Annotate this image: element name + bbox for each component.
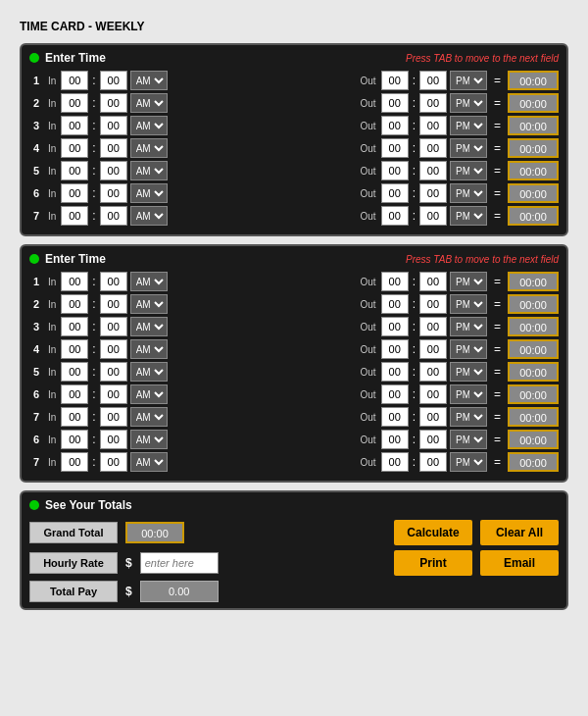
out-hour-input[interactable] <box>381 161 409 180</box>
in-min-input[interactable] <box>100 206 127 226</box>
out-min-input[interactable] <box>419 206 447 226</box>
out-hour-input[interactable] <box>381 183 409 203</box>
out-ampm-select[interactable]: AM PM <box>450 206 487 226</box>
out-hour-input[interactable] <box>381 138 409 158</box>
in-min-input[interactable] <box>100 430 127 449</box>
in-ampm-select[interactable]: AM PM <box>130 71 168 90</box>
out-ampm-select[interactable]: AM PM <box>450 161 487 180</box>
in-hour-input[interactable] <box>61 183 88 203</box>
out-ampm-select[interactable]: AM PM <box>450 93 487 113</box>
out-hour-input[interactable] <box>381 452 409 472</box>
clear-all-button[interactable]: Clear All <box>480 520 559 545</box>
in-min-input[interactable] <box>100 161 127 180</box>
in-min-input[interactable] <box>100 138 127 158</box>
in-hour-input[interactable] <box>61 93 88 113</box>
out-min-input[interactable] <box>419 138 447 158</box>
in-ampm-select[interactable]: AM PM <box>130 430 168 449</box>
in-ampm-select[interactable]: AM PM <box>130 384 168 404</box>
in-hour-input[interactable] <box>61 452 88 472</box>
in-min-input[interactable] <box>100 362 127 382</box>
out-hour-input[interactable] <box>381 71 409 90</box>
out-min-input[interactable] <box>419 116 447 135</box>
out-min-input[interactable] <box>419 317 447 336</box>
in-ampm-select[interactable]: AM PM <box>130 317 168 336</box>
in-min-input[interactable] <box>100 116 127 135</box>
email-button[interactable]: Email <box>480 550 559 576</box>
out-ampm-select[interactable]: AM PM <box>450 452 487 472</box>
in-ampm-select[interactable]: AM PM <box>130 294 168 314</box>
out-min-input[interactable] <box>419 71 447 90</box>
out-min-input[interactable] <box>419 384 447 404</box>
print-button[interactable]: Print <box>394 550 472 576</box>
in-ampm-select[interactable]: AM PM <box>130 138 168 158</box>
in-ampm-select[interactable]: AM PM <box>130 339 168 359</box>
out-hour-input[interactable] <box>381 339 409 359</box>
in-ampm-select[interactable]: AM PM <box>130 407 168 427</box>
in-hour-input[interactable] <box>61 384 88 404</box>
out-hour-input[interactable] <box>381 384 409 404</box>
in-min-input[interactable] <box>100 407 127 427</box>
out-min-input[interactable] <box>419 452 447 472</box>
out-min-input[interactable] <box>419 161 447 180</box>
out-hour-input[interactable] <box>381 362 409 382</box>
out-hour-input[interactable] <box>381 116 409 135</box>
out-min-input[interactable] <box>419 93 447 113</box>
in-ampm-select[interactable]: AM PM <box>130 272 168 291</box>
out-ampm-select[interactable]: AM PM <box>450 294 487 314</box>
in-hour-input[interactable] <box>61 206 88 226</box>
out-hour-input[interactable] <box>381 430 409 449</box>
out-hour-input[interactable] <box>381 206 409 226</box>
in-hour-input[interactable] <box>61 161 88 180</box>
in-min-input[interactable] <box>100 452 127 472</box>
in-min-input[interactable] <box>100 317 127 336</box>
out-ampm-select[interactable]: AM PM <box>450 272 487 291</box>
in-ampm-select[interactable]: AM PM <box>130 452 168 472</box>
out-hour-input[interactable] <box>381 93 409 113</box>
in-hour-input[interactable] <box>61 71 88 90</box>
hourly-rate-input[interactable] <box>140 552 219 574</box>
in-min-input[interactable] <box>100 339 127 359</box>
out-hour-input[interactable] <box>381 294 409 314</box>
in-min-input[interactable] <box>100 183 127 203</box>
in-hour-input[interactable] <box>61 430 88 449</box>
out-hour-input[interactable] <box>381 272 409 291</box>
in-ampm-select[interactable]: AM PM <box>130 183 168 203</box>
in-hour-input[interactable] <box>61 317 88 336</box>
out-ampm-select[interactable]: AM PM <box>450 407 487 427</box>
in-ampm-select[interactable]: AM PM <box>130 206 168 226</box>
calculate-button[interactable]: Calculate <box>394 520 472 545</box>
out-hour-input[interactable] <box>381 407 409 427</box>
out-min-input[interactable] <box>419 407 447 427</box>
out-ampm-select[interactable]: AM PM <box>450 317 487 336</box>
out-min-input[interactable] <box>419 183 447 203</box>
in-hour-input[interactable] <box>61 272 88 291</box>
out-ampm-select[interactable]: AM PM <box>450 183 487 203</box>
out-ampm-select[interactable]: AM PM <box>450 384 487 404</box>
out-min-input[interactable] <box>419 294 447 314</box>
in-min-input[interactable] <box>100 384 127 404</box>
in-hour-input[interactable] <box>61 138 88 158</box>
out-ampm-select[interactable]: AM PM <box>450 339 487 359</box>
out-min-input[interactable] <box>419 362 447 382</box>
out-ampm-select[interactable]: AM PM <box>450 430 487 449</box>
out-ampm-select[interactable]: AM PM <box>450 362 487 382</box>
in-ampm-select[interactable]: AM PM <box>130 161 168 180</box>
out-ampm-select[interactable]: AM PM <box>450 116 487 135</box>
out-min-input[interactable] <box>419 272 447 291</box>
in-hour-input[interactable] <box>61 294 88 314</box>
in-ampm-select[interactable]: AM PM <box>130 362 168 382</box>
in-hour-input[interactable] <box>61 116 88 135</box>
in-hour-input[interactable] <box>61 407 88 427</box>
out-hour-input[interactable] <box>381 317 409 336</box>
in-ampm-select[interactable]: AM PM <box>130 116 168 135</box>
out-ampm-select[interactable]: AM PM <box>450 138 487 158</box>
in-min-input[interactable] <box>100 93 127 113</box>
in-hour-input[interactable] <box>61 339 88 359</box>
out-min-input[interactable] <box>419 430 447 449</box>
in-min-input[interactable] <box>100 71 127 90</box>
in-min-input[interactable] <box>100 272 127 291</box>
out-ampm-select[interactable]: AM PM <box>450 71 487 90</box>
in-ampm-select[interactable]: AM PM <box>130 93 168 113</box>
in-min-input[interactable] <box>100 294 127 314</box>
out-min-input[interactable] <box>419 339 447 359</box>
